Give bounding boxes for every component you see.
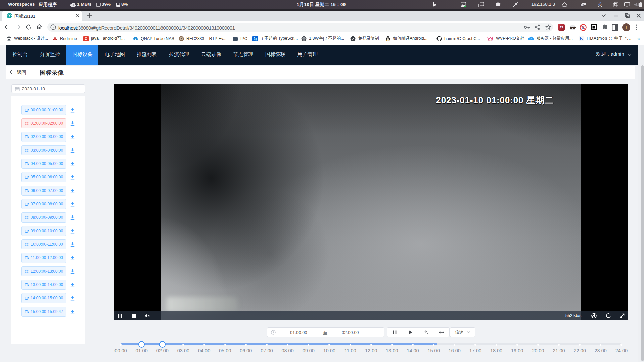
svg-text:知: 知 <box>253 37 257 41</box>
svg-text:C: C <box>85 37 87 41</box>
svg-text:WVP-PRO: WVP-PRO <box>488 40 493 41</box>
